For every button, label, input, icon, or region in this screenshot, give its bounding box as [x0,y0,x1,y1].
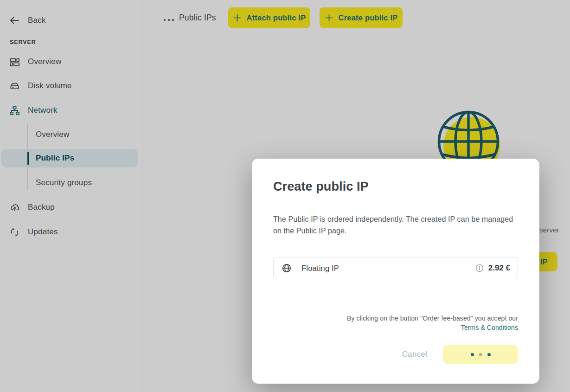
terms-notice: By clicking on the button "Order fee-bas… [347,314,518,332]
loading-dot [487,353,491,356]
info-icon[interactable] [475,264,484,272]
modal-description: The Public IP is ordered independently. … [273,214,520,237]
modal-footer: Cancel [402,345,518,364]
ip-option-price: 2.92 € [488,263,510,273]
loading-dot [471,353,474,356]
globe-icon [282,263,292,273]
cancel-button[interactable]: Cancel [402,350,427,359]
create-public-ip-modal: Create public IP The Public IP is ordere… [252,159,539,384]
ip-option-label: Floating IP [301,264,339,273]
floating-ip-option[interactable]: Floating IP 2.92 € [273,257,518,279]
modal-title: Create public IP [273,180,369,194]
order-fee-based-button-loading[interactable] [443,345,518,364]
app-root: Back SERVER Overview [0,0,570,392]
terms-and-conditions-link[interactable]: Terms & Conditions [461,324,518,331]
loading-dot [479,353,482,356]
terms-text: By clicking on the button "Order fee-bas… [347,315,518,322]
